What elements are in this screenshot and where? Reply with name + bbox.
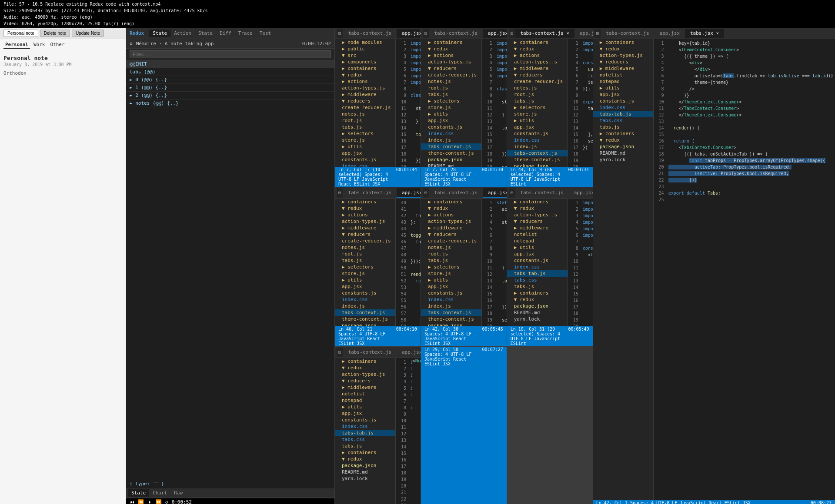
tree-src[interactable]: ▼ src: [335, 52, 395, 59]
tab-app-jsx-mr[interactable]: app.jsx ×: [483, 188, 507, 198]
tree-create-reducer-mr[interactable]: create-reducer.js: [421, 238, 481, 244]
loop-icon[interactable]: ↺: [165, 499, 168, 504]
tree-notepad-bc[interactable]: notepad: [335, 397, 395, 404]
tree-middleware-ml[interactable]: ▶ middleware: [507, 65, 568, 72]
personal-note-btn[interactable]: Personal note: [3, 30, 38, 37]
tree-redux-mc[interactable]: ▼ redux: [335, 205, 395, 212]
tree-store-mr[interactable]: store.js: [421, 270, 481, 277]
tree-public[interactable]: ▶ public: [335, 46, 395, 52]
tree-containers-br[interactable]: ▶ containers: [593, 39, 653, 46]
tree-utils-mr[interactable]: ▶ utils: [421, 277, 481, 283]
tree-containers-br2[interactable]: ▶ containers: [593, 130, 653, 137]
tree-create-reducer-mc[interactable]: create-reducer.js: [335, 238, 395, 244]
tree-redux-br2[interactable]: ▼ redux: [593, 137, 653, 143]
tree-index-js-mc[interactable]: index.js: [335, 303, 395, 309]
tree-action-types-mr[interactable]: action-types.js: [421, 218, 481, 225]
tree-reducers-mc[interactable]: ▼ reducers: [335, 231, 395, 238]
play-icon[interactable]: ⏮: [130, 499, 134, 504]
tree-redux-br[interactable]: ▼ redux: [593, 46, 653, 52]
tree-containers-mr[interactable]: ▶ containers: [421, 199, 481, 205]
tree-yarn-br[interactable]: yarn.lock: [593, 156, 653, 163]
tree-theme-context-ml[interactable]: theme-context.js: [507, 156, 568, 163]
tree-action-types[interactable]: action-types.js: [335, 85, 395, 91]
tree-action-types-mc[interactable]: action-types.js: [335, 218, 395, 225]
tree-readme-br[interactable]: README.md: [593, 150, 653, 156]
note-tab-personal[interactable]: Personal: [3, 41, 30, 49]
tree-containers-bc[interactable]: ▶ containers: [335, 358, 395, 365]
redux-tab-trace[interactable]: Trace: [235, 30, 256, 37]
update-note-btn[interactable]: Update Note: [72, 30, 104, 37]
tree-tabs-context-mr[interactable]: tabs-context.js: [421, 309, 481, 316]
tree-notes-tr[interactable]: notes.js: [421, 78, 481, 85]
tab-tabs-context-mc[interactable]: tabs-context.js: [343, 188, 397, 198]
tab-app-jsx-bl[interactable]: app.jsx: [569, 188, 593, 198]
tree-redux-bl2[interactable]: ▼ redux: [507, 296, 568, 303]
tree-app-mc[interactable]: app.jsx: [335, 283, 395, 290]
filter-input[interactable]: [130, 50, 331, 58]
tree-redux-bc[interactable]: ▼ redux: [335, 365, 395, 371]
redux-tab-state[interactable]: State: [149, 30, 170, 37]
tree-index-css[interactable]: index.css: [335, 163, 395, 167]
tree-index-css-mr[interactable]: index.css: [421, 296, 481, 303]
tree-containers-bl[interactable]: ▶ containers: [507, 199, 568, 205]
tab-tabs-context-ml[interactable]: tabs-context.js ×: [515, 29, 574, 38]
tree-store-mc[interactable]: store.js: [335, 270, 395, 277]
tree-tabs-mr[interactable]: tabs.js: [421, 257, 481, 264]
tab-tabs-context-br[interactable]: tabs-context.js: [601, 29, 654, 38]
action-item-2[interactable]: ► 2 (@@) {..}: [126, 92, 334, 99]
tree-notes-ml[interactable]: notes.js: [507, 85, 568, 91]
tree-theme-context-mc[interactable]: theme-context.js: [335, 316, 395, 322]
tree-middleware-mr[interactable]: ▶ middleware: [421, 225, 481, 231]
tree-index-css-tr[interactable]: index.css: [421, 130, 481, 137]
tab-app-jsx-mc[interactable]: app.jsx ×: [397, 188, 421, 198]
tree-actions-mr[interactable]: ▶ actions: [421, 212, 481, 218]
tree-utils-ml[interactable]: ▶ utils: [507, 117, 568, 124]
tree-store-ml[interactable]: store.js: [507, 111, 568, 117]
tree-tabs-context-tr[interactable]: tabs-context.js: [421, 143, 481, 150]
tree-package-json-bc[interactable]: package.json: [335, 462, 395, 469]
tree-middleware-mc[interactable]: ▶ middleware: [335, 225, 395, 231]
tree-containers-tr[interactable]: ▶ containers: [421, 39, 481, 46]
tree-create-reducer-ml[interactable]: create-reducer.js: [507, 78, 568, 85]
tree-selectors[interactable]: ▶ selectors: [335, 130, 395, 137]
tree-create-reducer[interactable]: create-reducer.js: [335, 104, 395, 111]
tab-app-jsx-tr[interactable]: app.jsx ×: [483, 29, 507, 38]
play-btn[interactable]: ⏵: [147, 499, 152, 504]
action-item-1[interactable]: ► 1 (@@) {..}: [126, 84, 334, 92]
tree-constants-tr[interactable]: constants.js: [421, 124, 481, 130]
tree-package-json-mr[interactable]: package.json: [421, 322, 481, 326]
tree-index-js-tr[interactable]: index.js: [421, 137, 481, 143]
tree-app-mr[interactable]: app.jsx: [421, 283, 481, 290]
tree-constants-ml[interactable]: constants.js: [507, 130, 568, 137]
tree-utils-mc[interactable]: ▶ utils: [335, 277, 395, 283]
tree-theme-context-tr[interactable]: theme-context.js: [421, 150, 481, 156]
tree-yarn-bl[interactable]: yarn.lock: [507, 316, 568, 322]
tab-app-jsx-tl[interactable]: app.jsx ×: [397, 29, 421, 38]
step-fwd-icon[interactable]: ⏩: [156, 499, 162, 504]
tree-tabs-js-br[interactable]: tabs.js: [593, 124, 653, 130]
tab-tabs-context-tl[interactable]: tabs-context.js: [343, 29, 397, 38]
tab-tabs-context-bl[interactable]: tabs-context.js: [515, 188, 568, 198]
tree-containers-mc[interactable]: ▶ containers: [335, 199, 395, 205]
tree-constants-bc[interactable]: constants.js: [335, 417, 395, 423]
tree-redux[interactable]: ▼ redux: [335, 72, 395, 78]
tree-notes[interactable]: notes.js: [335, 111, 395, 117]
tree-app-br[interactable]: app.jsx: [593, 91, 653, 98]
tree-root-mr[interactable]: root.js: [421, 251, 481, 257]
tree-action-types-bc[interactable]: action-types.js: [335, 371, 395, 378]
tree-actions-mc[interactable]: ▶ actions: [335, 212, 395, 218]
tree-package-json-tr[interactable]: package.json: [421, 156, 481, 163]
tree-tabs-tab-br[interactable]: tabs-tab.js: [593, 111, 653, 117]
tree-package-json-ml[interactable]: package.json: [507, 163, 568, 167]
tree-tabs-css-bl[interactable]: tabs.css: [507, 277, 568, 283]
tree-containers-ml[interactable]: ▶ containers: [507, 39, 568, 46]
note-tab-work[interactable]: Work: [32, 41, 47, 49]
tree-store-tr[interactable]: store.js: [421, 104, 481, 111]
tree-constants-mr[interactable]: constants.js: [421, 290, 481, 296]
tree-tabs-tr[interactable]: tabs.js: [421, 91, 481, 98]
tab-tabs-context-bc[interactable]: tabs-context.js: [343, 348, 397, 357]
tree-utils[interactable]: ▶ utils: [335, 143, 395, 150]
tree-reducers-bc[interactable]: ▼ reducers: [335, 378, 395, 384]
tab-app-jsx-br[interactable]: app.jsx: [655, 29, 685, 38]
tree-app[interactable]: app.jsx: [335, 150, 395, 156]
